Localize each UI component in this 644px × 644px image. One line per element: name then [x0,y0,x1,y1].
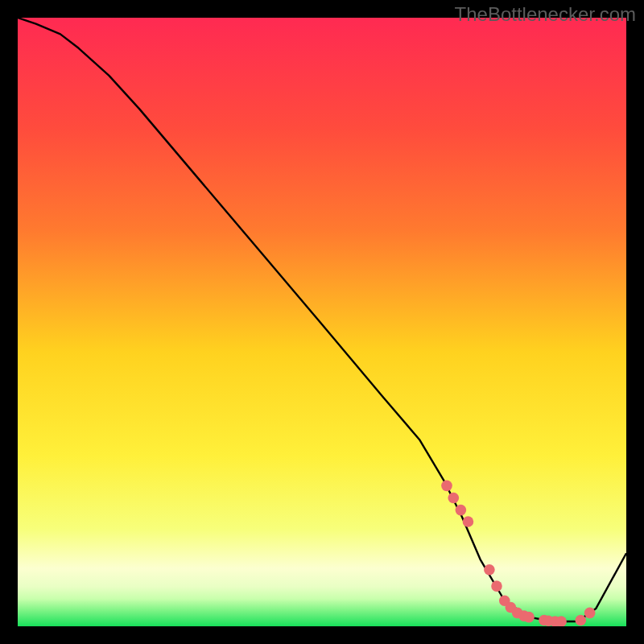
watermark-text: TheBottlenecker.com [455,3,636,26]
gradient-background [18,18,626,626]
data-marker [463,516,474,527]
data-marker [484,564,495,576]
data-marker [448,493,460,504]
data-marker [456,505,467,516]
data-marker [491,580,502,592]
data-marker [441,481,452,492]
plot-area [18,18,626,626]
data-marker [523,612,535,623]
bottleneck-chart [18,18,626,626]
data-marker [576,615,587,626]
data-marker [584,608,596,619]
chart-frame: TheBottlenecker.com [0,0,644,644]
